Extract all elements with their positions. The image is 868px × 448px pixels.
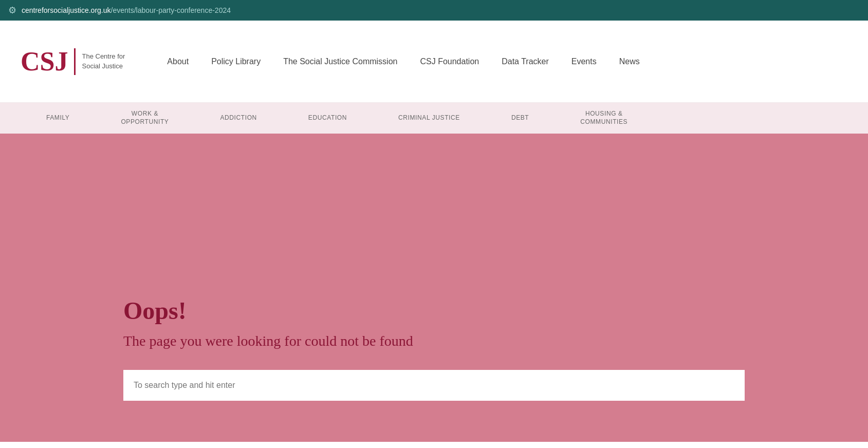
url-display: centreforsocialjustice.org.uk/events/lab… <box>22 6 231 14</box>
url-path: /events/labour-party-conference-2024 <box>111 6 231 14</box>
error-heading: Oops! <box>123 296 745 325</box>
nav-csj-foundation[interactable]: CSJ Foundation <box>409 57 490 66</box>
logo-text: The Centre for Social Justice <box>82 52 125 70</box>
error-section: Oops! The page you were looking for coul… <box>0 134 868 442</box>
sec-nav-addiction[interactable]: ADDICTION <box>194 114 282 122</box>
address-bar: ⚙ centreforsocialjustice.org.uk/events/l… <box>0 0 868 21</box>
nav-about[interactable]: About <box>156 57 200 66</box>
nav-policy-library[interactable]: Policy Library <box>200 57 272 66</box>
sec-nav-education[interactable]: EDUCATION <box>283 114 373 122</box>
sec-nav-criminal-justice[interactable]: CRIMINAL JUSTICE <box>373 114 486 122</box>
error-subheading: The page you were looking for could not … <box>123 333 745 349</box>
sec-nav-family[interactable]: FAMILY <box>21 114 95 122</box>
browser-icon: ⚙ <box>8 5 16 16</box>
logo[interactable]: CSJ The Centre for Social Justice <box>21 48 125 75</box>
nav-data-tracker[interactable]: Data Tracker <box>490 57 560 66</box>
nav-events[interactable]: Events <box>560 57 608 66</box>
nav-news[interactable]: News <box>608 57 651 66</box>
site-header: CSJ The Centre for Social Justice About … <box>0 21 868 103</box>
secondary-navigation: FAMILY WORK & OPPORTUNITY ADDICTION EDUC… <box>0 103 868 134</box>
logo-letters: CSJ <box>21 48 76 75</box>
search-box <box>123 370 745 401</box>
sec-nav-debt[interactable]: DEBT <box>486 114 555 122</box>
sec-nav-housing-communities[interactable]: HOUSING & COMMUNITIES <box>555 110 653 126</box>
url-domain: centreforsocialjustice.org.uk <box>22 6 111 14</box>
nav-social-justice-commission[interactable]: The Social Justice Commission <box>272 57 409 66</box>
sec-nav-work-opportunity[interactable]: WORK & OPPORTUNITY <box>95 110 194 126</box>
main-navigation: About Policy Library The Social Justice … <box>156 57 847 66</box>
search-input[interactable] <box>134 381 734 390</box>
